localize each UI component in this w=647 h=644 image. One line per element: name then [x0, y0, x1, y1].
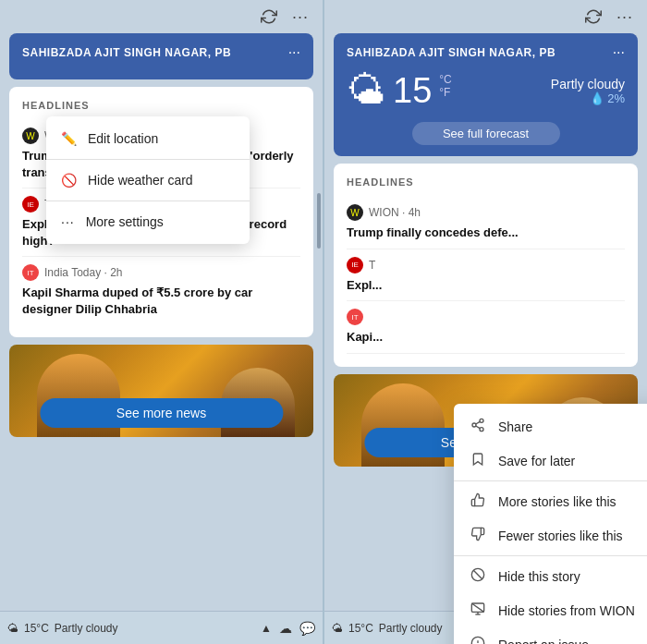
ctx-save-label: Save for later [498, 454, 575, 468]
left-scroll-indicator[interactable] [317, 193, 321, 249]
ctx-hide-wion[interactable]: Hide stories from WION [454, 593, 647, 627]
right-weather-location: SAHIBZADA AJIT SINGH NAGAR, PB [347, 46, 555, 59]
thumbs-down-icon [469, 527, 487, 544]
dropdown-divider-1 [46, 159, 250, 160]
right-weather-emoji: 🌤 [347, 68, 385, 113]
dots-icon: ··· [61, 214, 75, 229]
left-taskbar-weather-icon: 🌤 [7, 622, 18, 635]
ctx-divider-2 [454, 555, 647, 556]
left-weather-header: SAHIBZADA AJIT SINGH NAGAR, PB ··· [22, 44, 300, 61]
left-weather-dropdown: ✏️ Edit location 🚫 Hide weather card ···… [46, 116, 250, 244]
right-news-source-1: WION · 4h [369, 206, 421, 219]
right-forecast-btn[interactable]: See full forecast [412, 122, 560, 145]
right-weather-card: SAHIBZADA AJIT SINGH NAGAR, PB ··· 🌤 15 … [334, 33, 638, 156]
today-icon-right-1: IT [347, 309, 363, 325]
left-taskbar-desc: Partly cloudy [55, 622, 118, 635]
left-more-btn[interactable]: ··· [289, 6, 311, 28]
right-panel: ··· SAHIBZADA AJIT SINGH NAGAR, PB ··· 🌤… [324, 0, 647, 644]
right-news-source-2: T [369, 259, 375, 272]
left-see-more-section: See more news [9, 345, 313, 437]
report-icon [469, 636, 487, 644]
hide-story-icon [469, 567, 487, 585]
express-icon-1: IE [22, 196, 39, 213]
svg-line-3 [476, 426, 481, 429]
ctx-fewer-like[interactable]: Fewer stories like this [454, 518, 647, 553]
left-news-source-row-3: IT India Today · 2h [22, 264, 300, 281]
ctx-more-like[interactable]: More stories like this [454, 484, 647, 518]
dropdown-edit-label: Edit location [88, 131, 158, 146]
svg-point-1 [472, 423, 476, 427]
left-weather-card: SAHIBZADA AJIT SINGH NAGAR, PB ··· ✏️ Ed… [9, 33, 313, 79]
right-news-source-row-2: IE T [347, 257, 625, 273]
right-rain-pct: 2% [607, 91, 625, 105]
right-news-context-menu: Share Save for later More stories like t… [454, 404, 647, 644]
dropdown-hide-label: Hide weather card [88, 173, 193, 188]
left-taskbar-temp: 15°C [24, 622, 49, 635]
left-news-label: HEADLINES [22, 100, 300, 111]
right-news-title-2: Expl... [347, 277, 625, 294]
right-news-source-row-1: W WION · 4h [347, 204, 625, 221]
ctx-fewer-like-label: Fewer stories like this [498, 529, 623, 543]
right-weather-menu-btn[interactable]: ··· [613, 44, 625, 61]
left-see-more-btn[interactable]: See more news [40, 398, 283, 428]
no-icon: 🚫 [61, 173, 77, 188]
ctx-hide-story[interactable]: Hide this story [454, 559, 647, 593]
right-refresh-btn[interactable] [582, 6, 604, 28]
dropdown-hide-weather[interactable]: 🚫 Hide weather card [46, 164, 250, 197]
left-taskbar: 🌤 15°C Partly cloudy ▲ ☁ 💬 [0, 611, 323, 644]
taskbar-up-icon[interactable]: ▲ [261, 622, 272, 635]
right-more-btn[interactable]: ··· [614, 6, 636, 28]
right-taskbar-desc: Partly cloudy [379, 622, 443, 635]
left-panel: ··· SAHIBZADA AJIT SINGH NAGAR, PB ··· ✏… [0, 0, 323, 644]
svg-line-4 [476, 421, 481, 424]
left-top-bar: ··· [0, 0, 323, 33]
right-news-item-1[interactable]: W WION · 4h Trump finally concedes defe.… [347, 197, 625, 249]
right-temp-f: °F [439, 86, 451, 99]
right-weather-temp: 15 [393, 71, 432, 111]
svg-line-6 [473, 570, 482, 578]
pencil-icon: ✏️ [61, 131, 77, 146]
ctx-divider-1 [454, 480, 647, 481]
right-news-card: HEADLINES W WION · 4h Trump finally conc… [334, 164, 638, 367]
left-refresh-btn[interactable] [258, 6, 280, 28]
right-temp-c: °C [439, 73, 451, 86]
left-news-item-3[interactable]: IT India Today · 2h Kapil Sharma duped o… [22, 257, 300, 324]
ctx-hide-wion-label: Hide stories from WION [498, 603, 635, 618]
left-taskbar-icons: ▲ ☁ 💬 [261, 621, 315, 636]
ctx-save-later[interactable]: Save for later [454, 444, 647, 478]
right-news-source-row-3: IT [347, 309, 625, 325]
dropdown-edit-location[interactable]: ✏️ Edit location [46, 122, 250, 155]
ctx-share[interactable]: Share [454, 409, 647, 444]
dropdown-more-settings[interactable]: ··· More settings [46, 205, 250, 238]
right-news-item-2[interactable]: IE T Expl... [347, 249, 625, 302]
left-weather-menu-btn[interactable]: ··· [288, 44, 300, 61]
right-weather-main: 🌤 15 °C °F Partly cloudy 💧 2% [347, 68, 625, 113]
svg-point-2 [480, 428, 483, 431]
ctx-share-label: Share [498, 419, 532, 434]
right-weather-units: °C °F [439, 73, 451, 99]
right-news-title-1: Trump finally concedes defe... [347, 225, 531, 241]
left-weather-location: SAHIBZADA AJIT SINGH NAGAR, PB [22, 46, 231, 59]
right-weather-desc-block: Partly cloudy 💧 2% [551, 77, 625, 105]
right-weather-header: SAHIBZADA AJIT SINGH NAGAR, PB ··· [347, 44, 625, 61]
right-weather-description: Partly cloudy [551, 77, 625, 91]
share-icon [469, 418, 487, 435]
svg-point-0 [480, 419, 483, 422]
ctx-more-like-label: More stories like this [498, 494, 616, 509]
dropdown-settings-label: More settings [86, 214, 164, 229]
ctx-report[interactable]: Report an issue [454, 627, 647, 644]
taskbar-speech-icon: 💬 [299, 621, 315, 636]
wion-icon-1: W [22, 128, 39, 144]
right-weather-rain: 💧 2% [551, 91, 625, 105]
hide-source-icon [469, 601, 487, 619]
rain-drop-icon: 💧 [590, 91, 604, 105]
right-taskbar-temp: 15°C [348, 622, 373, 635]
wion-icon-right-1: W [347, 204, 363, 221]
express-icon-right-1: IE [347, 257, 363, 273]
ctx-hide-story-label: Hide this story [498, 569, 580, 584]
left-news-title-3: Kapil Sharma duped of ₹5.5 crore by car … [22, 285, 300, 317]
right-news-item-3[interactable]: IT Kapi... [347, 301, 625, 354]
right-news-title-3: Kapi... [347, 329, 625, 346]
bookmark-icon [469, 452, 487, 469]
svg-line-8 [471, 603, 483, 612]
